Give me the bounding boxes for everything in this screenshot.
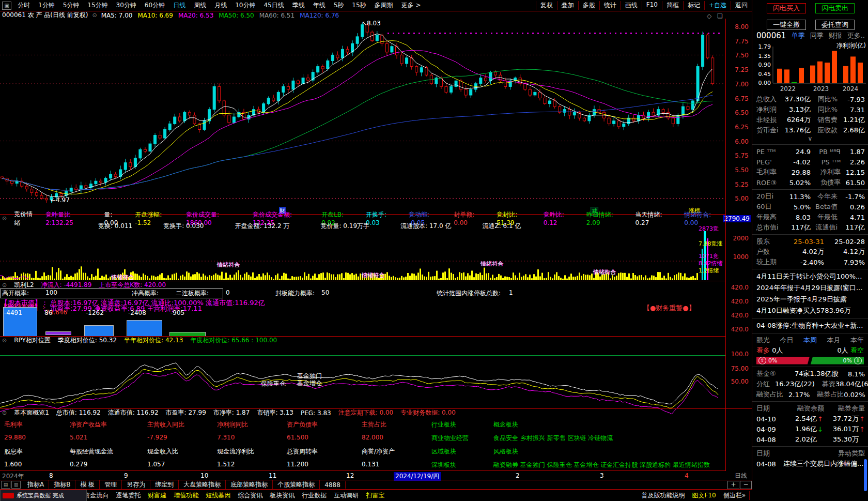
indicator-tab[interactable]: 底部策略指标 (226, 480, 273, 489)
toolbar-item[interactable]: 财富建 (144, 491, 170, 500)
eye-tab[interactable]: 今日 (780, 336, 794, 345)
period-tab[interactable]: 30分钟 (112, 1, 141, 10)
info-cell: 股东 (756, 237, 783, 246)
info-cell: 04-09 (756, 426, 781, 433)
kelly-pane[interactable]: ⊙凯利L2净流入: -4491.89上市至今总K数: 420.00高开概率:10… (0, 281, 726, 337)
band-label: 情绪符合 (481, 260, 503, 268)
fund-cell: 融资融券 基金独门 保险重仓 基金增仓 证金汇金持股 深股通标的 最近情绪指数 (493, 461, 710, 469)
chart-menu-item[interactable]: 叠加 (557, 1, 578, 10)
period-tab[interactable]: 季线 (288, 1, 309, 10)
bear-vote-bar[interactable]: 0%⇩ (811, 357, 864, 365)
auction-stat: 昨日情绪: 2.09 (586, 210, 628, 226)
auction-axis: 2790.4920001000 (726, 214, 752, 281)
fund-cell: 1.512 (217, 461, 235, 468)
chart-menu-item[interactable]: F10 (642, 1, 662, 10)
news-item[interactable]: 2024年年报于4月29日披露(窗口... (752, 282, 868, 294)
info-cell: 117亿 (838, 223, 865, 232)
svg-text:2024: 2024 (843, 85, 859, 93)
period-tab[interactable]: 年线 (309, 1, 330, 10)
chart-menu-item[interactable]: 统计 (599, 1, 621, 10)
period-tab[interactable]: 周线 (190, 1, 210, 10)
chart-menu-item[interactable]: 简框 (662, 1, 683, 10)
period-tab[interactable]: 15秒 (348, 1, 370, 10)
period-tab[interactable]: 月线 (210, 1, 231, 10)
collapse-icon[interactable]: ⊙ (92, 12, 97, 19)
toolbar-item[interactable]: 短线基因 (202, 491, 234, 500)
layout-icon[interactable]: ▥ (11, 481, 21, 489)
eye-tab[interactable]: 本月 (827, 336, 841, 345)
fund-cell: 主营占比 (362, 420, 386, 429)
toolbar-item[interactable]: 扫雷宝 (362, 491, 388, 500)
toolbar-item[interactable]: 普及版功能说明 (638, 491, 688, 500)
trade-button[interactable]: 委托查询 (815, 20, 855, 30)
toolbar-item[interactable]: 行业数据 (298, 491, 330, 500)
indicator-tab[interactable]: 指标B (49, 480, 75, 489)
period-tab[interactable]: 10分钟 (231, 1, 259, 10)
finance-tab[interactable]: 单季 (792, 31, 805, 40)
band-label: 情绪符合 (362, 271, 384, 279)
news-item[interactable]: 4月11日关于转让小贷公司100%... (752, 271, 868, 282)
toolbar-item[interactable]: 综合资讯 (234, 491, 266, 500)
news-item[interactable]: 4月10日融资净买入5783.96万 (752, 305, 868, 316)
eye-tab[interactable]: 本周 (803, 336, 817, 345)
period-tab[interactable]: 1分钟 (34, 1, 59, 10)
info-cell: 8.03 (783, 214, 811, 221)
chart-menu: 复权叠加多股统计画线F10简框标记+自选返回 (536, 1, 752, 10)
info-cell: 11.3% (783, 193, 811, 201)
fund-cell: 区域板块 (431, 447, 456, 456)
chart-menu-item[interactable]: 多股 (578, 1, 599, 10)
candlestick-chart[interactable]: ↖8.03←4.97财减涨榜 (0, 19, 726, 214)
indicator-tab[interactable]: 模 板 (75, 480, 100, 489)
indicator-tab[interactable]: 指标A (23, 480, 49, 489)
period-tab[interactable]: 15分钟 (83, 1, 112, 10)
rpy-axis: 100.075.0050.00 (726, 336, 752, 408)
period-tab[interactable]: 60分钟 (141, 1, 169, 10)
auction-sentiment-pane[interactable]: ⊙竞价情绪竞昨量比2:132.25量: 0.00开盘涨幅: -1.52竞价成交量… (0, 214, 726, 281)
period-tab[interactable]: 5分钟 (59, 1, 84, 10)
fund-cell: 资产负债率 (287, 420, 318, 429)
toolbar-item[interactable]: 逐笔委托 (112, 491, 144, 500)
rpy-pane[interactable]: ⊙RPY相对位置季度相对价位: 50.32半年相对价位: 42.13年度相对价位… (0, 336, 726, 409)
time-axis-label: 2 (516, 472, 520, 479)
chart-menu-item[interactable]: 返回 (731, 1, 752, 10)
chart-menu-item[interactable]: +自选 (704, 1, 731, 10)
eye-tab[interactable]: 本年 (850, 336, 864, 345)
period-tab[interactable]: 日线 (169, 1, 190, 10)
fund-stat: 总市值: 116.92 (56, 408, 101, 417)
period-tab[interactable]: 45日线 (259, 1, 288, 10)
finance-tab[interactable]: 更多.. (847, 31, 865, 40)
scrollbar-thumb[interactable] (864, 459, 867, 491)
trade-button[interactable]: 闪电卖出 (815, 3, 855, 13)
chart-menu-item[interactable]: 标记 (683, 1, 704, 10)
toolbar-item[interactable]: 板块资讯 (266, 491, 298, 500)
indicator-tab[interactable]: 管理 (100, 480, 122, 489)
info-cell: 流通值i (811, 223, 838, 232)
info-cell: ROE③ (756, 179, 786, 187)
chart-menu-item[interactable]: 复权 (536, 1, 557, 10)
bull-vote-bar[interactable]: ⇧0% (756, 357, 810, 365)
fund-cell: 1.057 (147, 461, 165, 468)
news-item[interactable]: 2025年一季报于4月29日披露 (752, 294, 868, 305)
svg-text:2022: 2022 (780, 85, 796, 93)
toolbar-item[interactable]: 侧边栏» (720, 491, 749, 500)
period-tab[interactable]: 更多 > (397, 1, 425, 10)
period-tab[interactable]: 分时 (13, 1, 34, 10)
indicator-tab[interactable]: 个股策略指标 (273, 480, 320, 489)
toolbar-item[interactable]: 图文F10 (688, 491, 719, 500)
finance-tab[interactable]: 财报 (829, 31, 842, 40)
period-tab[interactable]: 5秒 (330, 1, 348, 10)
toolbar-item[interactable]: 增值功能 (170, 491, 202, 500)
toolbar-item[interactable]: 互动调研 (330, 491, 362, 500)
period-tab[interactable]: 多周期 (370, 1, 397, 10)
indicator-tab[interactable]: 绑定到 (150, 480, 179, 489)
trade-button[interactable]: 闪电买入 (767, 3, 806, 13)
indicator-tab[interactable]: 另存为 (122, 480, 150, 489)
indicator-tab[interactable]: 4888 (320, 481, 346, 489)
trade-button[interactable]: 一键全撤 (767, 20, 806, 30)
app-icon[interactable]: ▣ (2, 2, 11, 10)
finance-tab[interactable]: 同季 (810, 31, 824, 40)
indicator-tab[interactable]: 大盘策略指标 (179, 480, 226, 489)
grid-icon[interactable]: ▤ (1, 481, 10, 489)
limit-up-news[interactable]: 04-08涨停:生物育种+大农业+新... (752, 320, 868, 331)
chart-menu-item[interactable]: 画线 (621, 1, 642, 10)
